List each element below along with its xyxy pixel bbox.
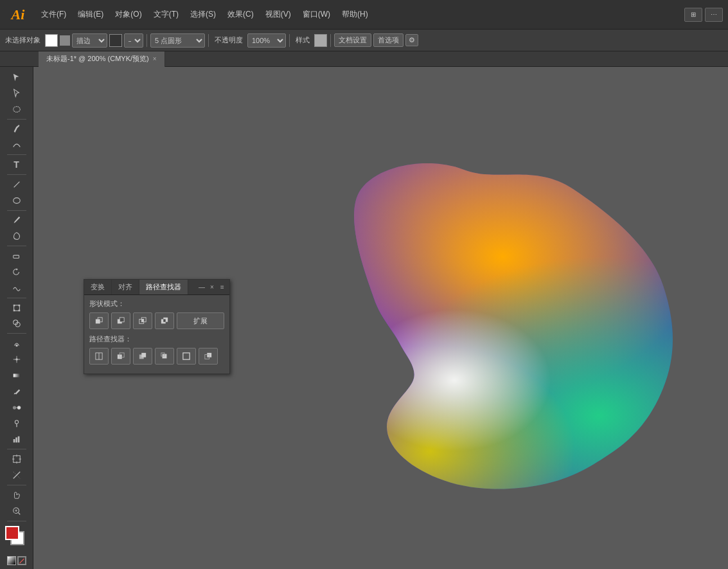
svg-rect-7 — [13, 309, 15, 311]
preferences-btn[interactable]: 首选项 — [373, 33, 404, 47]
tool-line[interactable] — [8, 177, 25, 192]
tool-symbol-sprayer[interactable] — [8, 416, 25, 431]
tool-pen[interactable] — [8, 122, 25, 137]
svg-rect-41 — [213, 150, 695, 504]
pf-minus-back[interactable] — [199, 348, 218, 365]
svg-rect-60 — [183, 353, 190, 359]
color-swatch-area — [5, 526, 28, 552]
pathfinder-label: 路径查找器： — [89, 334, 224, 344]
canvas-area[interactable]: 变换 对齐 路径查找器 — × ≡ 形状模式： — [33, 67, 728, 569]
svg-rect-3 — [13, 255, 19, 258]
menu-text[interactable]: 文字(T) — [148, 6, 184, 23]
tool-rotate[interactable] — [8, 264, 25, 280]
opacity-select[interactable]: 100% — [247, 33, 286, 48]
stroke-color-swatch[interactable] — [109, 34, 122, 47]
panel-menu-btn[interactable]: ≡ — [218, 283, 227, 292]
svg-rect-23 — [17, 437, 19, 443]
tool-shape-builder[interactable] — [8, 316, 25, 332]
stroke-select[interactable]: 描边 — [72, 33, 107, 48]
menu-file[interactable]: 文件(F) — [36, 6, 71, 23]
expand-btn[interactable]: 扩展 — [177, 312, 224, 329]
panel-tab-align[interactable]: 对齐 — [112, 280, 139, 294]
tool-slice[interactable] — [8, 467, 25, 483]
fg-color-swatch[interactable] — [5, 526, 19, 540]
stroke-weight-select[interactable]: — — [124, 33, 143, 48]
tool-free-transform[interactable] — [8, 300, 25, 316]
svg-point-16 — [12, 406, 15, 409]
panel-tab-transform[interactable]: 变换 — [84, 280, 112, 294]
tool-selection[interactable] — [8, 69, 25, 85]
arrange-btn[interactable]: ⚙ — [405, 34, 418, 46]
tool-paintbrush[interactable] — [8, 213, 25, 228]
svg-rect-5 — [13, 304, 15, 306]
menu-effect[interactable]: 效果(C) — [222, 6, 259, 23]
pf-merge[interactable] — [133, 348, 152, 365]
blob-shape — [213, 150, 695, 504]
color-mode-btns — [7, 556, 26, 565]
svg-point-19 — [15, 420, 18, 423]
tool-eraser[interactable] — [8, 248, 25, 264]
ai-logo-text: Ai — [12, 6, 25, 23]
divider3 — [289, 34, 290, 47]
tool-curvature[interactable] — [8, 137, 25, 152]
shape-mode-minus-front[interactable] — [111, 312, 130, 329]
svg-rect-21 — [13, 439, 15, 442]
shape-mode-exclude[interactable] — [155, 312, 174, 329]
tool-separator-6 — [7, 298, 26, 298]
doc-settings-btn[interactable]: 文档设置 — [334, 33, 371, 47]
menu-edit[interactable]: 编辑(E) — [73, 6, 109, 23]
tool-artboard[interactable] — [8, 451, 25, 467]
shape-mode-intersect[interactable] — [133, 312, 152, 329]
pathfinder-buttons — [89, 348, 224, 365]
panel-close-btn[interactable]: × — [208, 283, 217, 292]
tool-ellipse[interactable] — [8, 193, 25, 208]
menu-btn-grid[interactable]: ⊞ — [684, 8, 702, 22]
ai-logo: Ai — [5, 3, 31, 27]
tool-eyedropper[interactable] — [8, 384, 25, 399]
svg-line-1 — [13, 181, 19, 187]
tool-lasso[interactable] — [8, 102, 25, 117]
tool-separator-4 — [7, 210, 26, 211]
tab-close-btn[interactable]: × — [153, 55, 157, 62]
style-label: 样式 — [293, 35, 312, 45]
tool-blend[interactable] — [8, 400, 25, 415]
tool-gradient[interactable] — [8, 368, 25, 383]
tool-text[interactable]: T — [8, 157, 25, 172]
pf-trim[interactable] — [111, 348, 130, 365]
tool-warp[interactable] — [8, 280, 25, 296]
menu-select[interactable]: 选择(S) — [185, 6, 221, 23]
menu-window[interactable]: 窗口(W) — [297, 6, 335, 23]
divider4 — [330, 34, 331, 47]
panel-minimize-btn[interactable]: — — [197, 283, 206, 292]
menu-view[interactable]: 视图(V) — [260, 6, 296, 23]
document-tab[interactable]: 未标题-1* @ 200% (CMYK/预览) × — [39, 51, 165, 67]
tool-zoom[interactable] — [8, 503, 25, 519]
tool-hand[interactable] — [8, 487, 25, 503]
pf-outline[interactable] — [177, 348, 196, 365]
shape-select[interactable]: 5 点圆形 — [150, 33, 205, 48]
tool-mesh[interactable] — [8, 352, 25, 367]
tool-separator-5 — [7, 246, 26, 246]
menu-help[interactable]: 帮助(H) — [337, 6, 373, 23]
fill-swatch2[interactable] — [60, 35, 70, 46]
tool-graph[interactable] — [8, 432, 25, 447]
svg-rect-22 — [15, 438, 17, 443]
shape-mode-unite[interactable] — [89, 312, 109, 329]
fill-swatch[interactable] — [45, 34, 58, 47]
menu-object[interactable]: 对象(O) — [110, 6, 146, 23]
pf-crop[interactable] — [155, 348, 174, 365]
properties-toolbar: 未选择对象 描边 — 5 点圆形 不透明度 100% 样式 文档设置 首选项 ⚙ — [0, 29, 728, 51]
menu-btn-apps[interactable]: ⋯ — [705, 8, 723, 22]
shape-modes-label: 形状模式： — [89, 299, 224, 309]
color-mode-none[interactable] — [17, 556, 26, 565]
tool-live-paint[interactable] — [8, 336, 25, 351]
opacity-label: 不透明度 — [212, 35, 245, 45]
tool-blob-brush[interactable] — [8, 228, 25, 244]
color-mode-color[interactable] — [7, 556, 16, 565]
panel-tab-pathfinder[interactable]: 路径查找器 — [139, 280, 188, 294]
svg-rect-48 — [141, 319, 143, 321]
shape-mode-buttons: 扩展 — [89, 312, 224, 329]
style-swatch[interactable] — [314, 34, 327, 47]
pf-divide[interactable] — [89, 348, 109, 365]
tool-direct-selection[interactable] — [8, 86, 25, 101]
